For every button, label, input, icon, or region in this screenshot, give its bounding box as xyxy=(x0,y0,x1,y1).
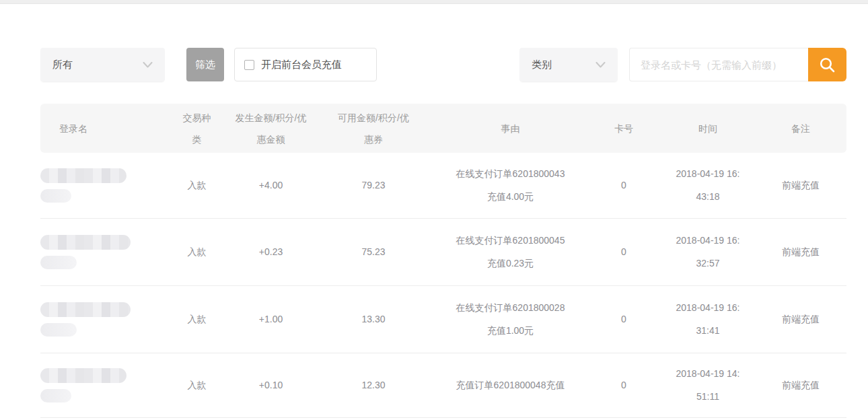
available-cell: 12.30 xyxy=(313,353,434,417)
masked-login-line xyxy=(40,323,77,337)
login-cell-masked xyxy=(40,285,165,353)
time-cell: 2018-04-19 14: 51:11 xyxy=(661,353,755,417)
amount-cell: +1.00 xyxy=(229,285,313,353)
reason-line: 充值1.00元 xyxy=(434,319,587,342)
available-cell: 75.23 xyxy=(313,218,434,285)
time-cell: 2018-04-19 16: 31:41 xyxy=(661,285,755,353)
chevron-down-icon xyxy=(143,62,153,68)
search-input[interactable] xyxy=(629,48,808,81)
table-row: 入款 +1.00 13.30 在线支付订单6201800028 充值1.00元 … xyxy=(40,285,846,353)
type-cell: 入款 xyxy=(165,153,229,218)
reason-line: 在线支付订单6201800045 xyxy=(434,229,587,252)
masked-login-line xyxy=(40,389,71,403)
masked-login-line xyxy=(40,302,131,317)
table-row: 入款 +0.10 12.30 充值订单6201800048充值 0 2018-0… xyxy=(40,353,846,417)
time-line: 31:41 xyxy=(661,319,755,342)
card-cell: 0 xyxy=(587,218,661,285)
masked-login-line xyxy=(40,368,126,383)
reason-line: 在线支付订单6201800028 xyxy=(434,296,587,319)
amount-cell: +0.10 xyxy=(229,353,313,417)
col-header-amount: 发生金额/积分/优惠金额 xyxy=(229,104,313,153)
masked-login-line xyxy=(40,189,71,203)
member-recharge-records-panel: 所有 筛选 开启前台会员充值 类别 xyxy=(40,48,846,418)
time-line: 32:57 xyxy=(661,252,755,275)
remark-cell: 前端充值 xyxy=(755,353,846,417)
login-cell-masked xyxy=(40,218,165,285)
reason-line: 充值订单6201800048充值 xyxy=(434,374,587,396)
time-line: 2018-04-19 16: xyxy=(661,162,755,185)
recharge-records-table: 登录名 交易种类 发生金额/积分/优惠金额 可用金额/积分/优惠券 事由 卡号 … xyxy=(40,104,846,418)
time-line: 2018-04-19 16: xyxy=(661,296,755,319)
search-button[interactable] xyxy=(808,48,846,81)
available-cell: 13.30 xyxy=(313,285,434,353)
col-header-time: 时间 xyxy=(661,104,755,153)
reason-cell: 在线支付订单6201800045 充值0.23元 xyxy=(434,218,587,285)
reason-cell: 在线支付订单6201800043 充值4.00元 xyxy=(434,153,587,218)
reason-line: 在线支付订单6201800043 xyxy=(434,162,587,185)
time-line: 2018-04-19 16: xyxy=(661,229,755,252)
category-select[interactable]: 类别 xyxy=(519,48,618,81)
card-cell: 0 xyxy=(587,353,661,417)
type-cell: 入款 xyxy=(165,353,229,417)
amount-cell: +0.23 xyxy=(229,218,313,285)
col-header-available: 可用金额/积分/优惠券 xyxy=(313,104,434,153)
reason-line: 充值0.23元 xyxy=(434,252,587,275)
col-header-login: 登录名 xyxy=(40,104,165,153)
reason-cell: 充值订单6201800048充值 xyxy=(434,353,587,417)
top-strip xyxy=(0,0,868,4)
login-cell-masked xyxy=(40,153,165,218)
type-cell: 入款 xyxy=(165,285,229,353)
scope-select[interactable]: 所有 xyxy=(40,48,165,81)
col-header-card: 卡号 xyxy=(587,104,661,153)
checkbox-label: 开启前台会员充值 xyxy=(261,59,342,71)
time-line: 2018-04-19 14: xyxy=(661,362,755,385)
masked-login-line xyxy=(40,168,126,183)
amount-cell: +4.00 xyxy=(229,153,313,218)
col-header-type: 交易种类 xyxy=(165,104,229,153)
available-cell: 79.23 xyxy=(313,153,434,218)
remark-cell: 前端充值 xyxy=(755,218,846,285)
table-row: 入款 +4.00 79.23 在线支付订单6201800043 充值4.00元 … xyxy=(40,153,846,218)
magnifier-icon xyxy=(818,56,836,74)
search-bar xyxy=(629,48,846,81)
chevron-down-icon xyxy=(595,62,606,68)
checkbox-unchecked-icon[interactable] xyxy=(244,60,254,70)
type-cell: 入款 xyxy=(165,218,229,285)
scope-select-value: 所有 xyxy=(52,59,73,71)
card-cell: 0 xyxy=(587,153,661,218)
remark-cell: 前端充值 xyxy=(755,285,846,353)
time-line: 51:11 xyxy=(661,385,755,408)
toolbar: 所有 筛选 开启前台会员充值 类别 xyxy=(40,48,846,81)
login-cell-masked xyxy=(40,353,165,417)
reason-cell: 在线支付订单6201800028 充值1.00元 xyxy=(434,285,587,353)
masked-login-line xyxy=(40,235,131,250)
table-row: 入款 +0.23 75.23 在线支付订单6201800045 充值0.23元 … xyxy=(40,218,846,285)
reason-line: 充值4.00元 xyxy=(434,185,587,208)
remark-cell: 前端充值 xyxy=(755,153,846,218)
masked-login-line xyxy=(40,256,77,269)
front-recharge-checkbox[interactable]: 开启前台会员充值 xyxy=(234,48,377,81)
category-select-value: 类别 xyxy=(532,59,552,71)
card-cell: 0 xyxy=(587,285,661,353)
table-header: 登录名 交易种类 发生金额/积分/优惠金额 可用金额/积分/优惠券 事由 卡号 … xyxy=(40,104,846,153)
time-cell: 2018-04-19 16: 43:18 xyxy=(661,153,755,218)
time-line: 43:18 xyxy=(661,185,755,208)
col-header-reason: 事由 xyxy=(434,104,587,153)
col-header-remark: 备注 xyxy=(755,104,846,153)
filter-button[interactable]: 筛选 xyxy=(186,48,224,81)
time-cell: 2018-04-19 16: 32:57 xyxy=(661,218,755,285)
